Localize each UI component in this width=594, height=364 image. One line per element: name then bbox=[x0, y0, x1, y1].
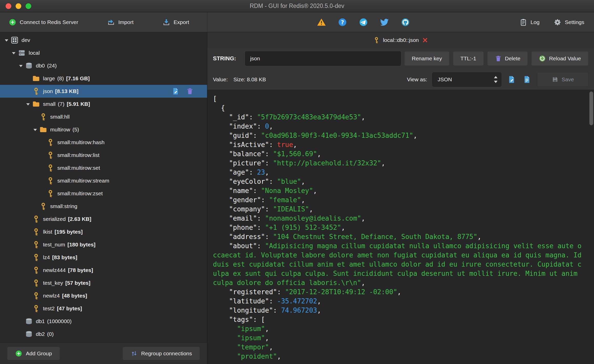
export-button[interactable]: Export bbox=[163, 18, 189, 26]
tree-item-size: [48 bytes] bbox=[62, 293, 87, 299]
sort-arrows-icon bbox=[131, 350, 138, 357]
log-button[interactable]: Log bbox=[520, 18, 539, 26]
twitter-icon[interactable] bbox=[380, 18, 389, 27]
tree-item-label: newlz4 bbox=[43, 293, 60, 299]
github-icon[interactable] bbox=[401, 18, 410, 27]
tree-item-test-num[interactable]: test_num[180 bytes] bbox=[0, 238, 207, 251]
key-icon bbox=[46, 164, 55, 172]
tree-item-small[interactable]: small(7)[5.91 KB] bbox=[0, 98, 207, 110]
tree-item-large[interactable]: large(8)[7.16 GB] bbox=[0, 72, 207, 85]
tree-item-small-multirow-zset[interactable]: small:multirow:zset bbox=[0, 187, 207, 200]
key-icon bbox=[32, 266, 40, 274]
tree-item-small-multirow-list[interactable]: small:multirow:list bbox=[0, 149, 207, 162]
tree-indent-spacer bbox=[24, 251, 32, 264]
tree-item-dev[interactable]: dev bbox=[0, 34, 207, 47]
code-line: "tags": [ bbox=[213, 315, 585, 324]
key-icon bbox=[32, 254, 40, 261]
close-button[interactable] bbox=[6, 3, 11, 9]
code-line: "longitude": 74.967203, bbox=[213, 306, 585, 315]
reload-value-button[interactable]: Reload Value bbox=[531, 51, 588, 66]
tree-indent-spacer bbox=[24, 302, 32, 315]
tree-item-db0[interactable]: db0(24) bbox=[0, 59, 207, 72]
tree-item-test-key[interactable]: test_key[57 bytes] bbox=[0, 277, 207, 289]
database-icon bbox=[25, 317, 33, 325]
tree-item-newlz4[interactable]: newlz4[48 bytes] bbox=[0, 289, 207, 302]
tree-item-label: db0 bbox=[36, 63, 45, 69]
code-line: "address": "104 Chestnut Street, Defianc… bbox=[213, 232, 585, 241]
tree-item-small-multirow-hash[interactable]: small:multirow:hash bbox=[0, 136, 207, 149]
tree-item-count: (0) bbox=[47, 331, 54, 337]
help-icon[interactable]: ? bbox=[338, 18, 347, 27]
floppy-icon bbox=[552, 76, 558, 83]
zoom-button[interactable] bbox=[26, 3, 31, 9]
add-group-button[interactable]: Add Group bbox=[7, 347, 60, 360]
tree-indent-spacer bbox=[31, 110, 39, 123]
edit-value-icon[interactable] bbox=[172, 87, 179, 95]
tree-item-db1[interactable]: db1(1000000) bbox=[0, 315, 207, 328]
tree-indent-spacer bbox=[24, 225, 32, 238]
tree-item-size: [83 bytes] bbox=[52, 254, 77, 260]
tree-item-lz4[interactable]: lz4[83 bytes] bbox=[0, 251, 207, 264]
ttl-label: TTL:-1 bbox=[460, 55, 476, 62]
tree-item-lkist[interactable]: lkist[195 bytes] bbox=[0, 225, 207, 238]
tab-local-db0-json[interactable]: local::db0::json bbox=[373, 37, 428, 43]
import-button[interactable]: Import bbox=[107, 18, 134, 26]
tree-indent-spacer bbox=[24, 289, 32, 302]
tree-indent-spacer bbox=[31, 200, 39, 213]
chevron-down-icon[interactable] bbox=[17, 59, 25, 72]
chevron-down-icon[interactable] bbox=[10, 47, 17, 59]
connections-tree[interactable]: devlocaldb0(24)large(8)[7.16 GB]json[8.1… bbox=[0, 32, 207, 343]
tree-item-newlz444[interactable]: newlz444[78 bytes] bbox=[0, 264, 207, 277]
tree-item-small-string[interactable]: small:string bbox=[0, 200, 207, 213]
minimize-button[interactable] bbox=[16, 3, 21, 9]
warning-icon[interactable] bbox=[317, 18, 326, 27]
folder-icon bbox=[39, 126, 48, 133]
delete-key-icon[interactable] bbox=[186, 87, 194, 95]
tree-item-local[interactable]: local bbox=[0, 47, 207, 59]
rename-key-button[interactable]: Rename key bbox=[404, 51, 449, 66]
tree-item-label: serialized bbox=[43, 216, 66, 222]
chevron-down-icon[interactable] bbox=[3, 34, 10, 47]
code-line: "tempor", bbox=[213, 343, 585, 352]
chevron-down-icon[interactable] bbox=[24, 98, 32, 110]
tree-item-db2[interactable]: db2(0) bbox=[0, 328, 207, 340]
scrollbar-thumb[interactable] bbox=[589, 92, 593, 125]
regroup-connections-button[interactable]: Regroup connections bbox=[123, 347, 200, 360]
telegram-icon[interactable] bbox=[359, 18, 368, 27]
open-value-editor-icon[interactable] bbox=[506, 74, 517, 85]
value-editor[interactable]: [ { "_id": "5f7b26973c483ea3479d4e53", "… bbox=[207, 90, 594, 364]
tree-item-small-hll[interactable]: small:hll bbox=[0, 110, 207, 123]
chevron-down-icon[interactable] bbox=[31, 123, 39, 136]
folder-icon bbox=[32, 100, 40, 108]
settings-button-label: Settings bbox=[565, 19, 584, 25]
view-as-select[interactable]: JSON bbox=[432, 72, 501, 87]
tree-item-multirow[interactable]: multirow(5) bbox=[0, 123, 207, 136]
code-line: "proident", bbox=[213, 352, 585, 361]
tree-item-label: test_num bbox=[43, 242, 65, 248]
tree-item-json[interactable]: json[8.13 KB] bbox=[0, 85, 207, 98]
code-line: "phone": "+1 (915) 512-3452", bbox=[213, 223, 585, 232]
settings-button[interactable]: Settings bbox=[554, 18, 584, 26]
tree-item-test2[interactable]: test2[47 bytes] bbox=[0, 302, 207, 315]
delete-key-label: Delete bbox=[505, 55, 521, 62]
close-tab-icon[interactable] bbox=[422, 37, 428, 43]
tree-item-label: large bbox=[43, 75, 55, 82]
regroup-connections-label: Regroup connections bbox=[141, 350, 192, 357]
code-line: [ bbox=[213, 94, 585, 103]
connect-button[interactable]: Connect to Redis Server bbox=[9, 18, 78, 26]
ttl-button[interactable]: TTL:-1 bbox=[453, 51, 484, 66]
tree-item-serialized[interactable]: serialized[2.63 KB] bbox=[0, 213, 207, 225]
tree-item-label: small:multirow:set bbox=[57, 165, 100, 171]
key-icon bbox=[32, 87, 40, 95]
tree-item-small-multirow-stream[interactable]: small:multirow:stream bbox=[0, 174, 207, 187]
log-button-label: Log bbox=[531, 19, 539, 25]
toolbar-main: ? Log bbox=[207, 12, 594, 32]
tree-item-small-multirow-set[interactable]: small:multirow:set bbox=[0, 162, 207, 174]
key-icon bbox=[32, 228, 40, 236]
export-button-label: Export bbox=[174, 19, 189, 25]
key-name-input[interactable] bbox=[245, 51, 401, 66]
view-document-icon[interactable] bbox=[522, 74, 532, 85]
delete-key-button[interactable]: Delete bbox=[487, 51, 528, 66]
gear-icon bbox=[554, 18, 561, 26]
save-button[interactable]: Save bbox=[537, 72, 588, 87]
